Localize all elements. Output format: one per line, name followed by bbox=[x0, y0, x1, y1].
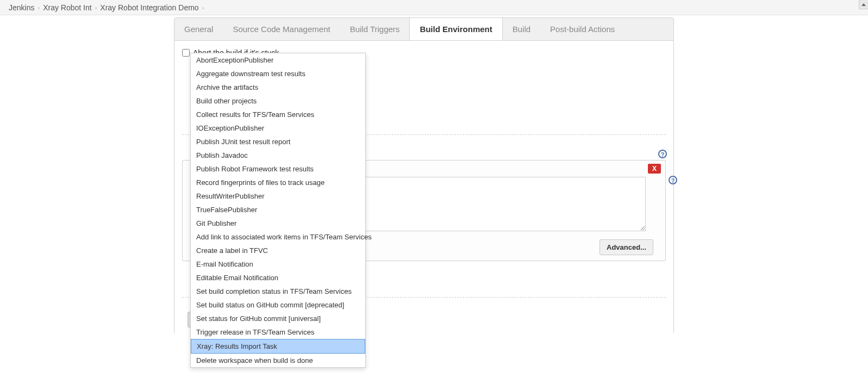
dropdown-item[interactable]: Set build completion status in TFS/Team … bbox=[191, 285, 365, 298]
tab-build[interactable]: Build bbox=[503, 18, 540, 40]
tab-post-build-actions[interactable]: Post-build Actions bbox=[540, 18, 625, 40]
scroll-up-button[interactable] bbox=[859, 0, 868, 9]
dropdown-item[interactable]: ResultWriterPublisher bbox=[191, 189, 365, 203]
breadcrumb-item-project[interactable]: Xray Robot Int bbox=[43, 3, 92, 12]
left-gutter bbox=[0, 15, 174, 333]
dropdown-item[interactable]: Set status for GitHub commit [universal] bbox=[191, 312, 365, 325]
dropdown-item[interactable]: Publish Javadoc bbox=[191, 149, 365, 162]
advanced-button[interactable]: Advanced... bbox=[600, 239, 653, 255]
chevron-right-icon: › bbox=[202, 4, 204, 11]
dropdown-item[interactable]: Trigger release in TFS/Team Services bbox=[191, 325, 365, 339]
help-icon[interactable]: ? bbox=[658, 150, 667, 158]
dropdown-item[interactable]: Editable Email Notification bbox=[191, 271, 365, 285]
dropdown-item[interactable]: Create a label in TFVC bbox=[191, 244, 365, 257]
config-tabs: General Source Code Management Build Tri… bbox=[174, 17, 674, 41]
dropdown-item[interactable]: Add link to associated work items in TFS… bbox=[191, 230, 365, 244]
abort-stuck-checkbox[interactable] bbox=[182, 49, 190, 57]
chevron-right-icon: › bbox=[38, 4, 40, 11]
dropdown-item[interactable]: Archive the artifacts bbox=[191, 81, 365, 94]
dropdown-item[interactable]: AbortExceptionPublisher bbox=[191, 53, 365, 67]
tab-build-environment[interactable]: Build Environment bbox=[409, 18, 502, 40]
dropdown-item[interactable]: Build other projects bbox=[191, 94, 365, 108]
breadcrumb-item-jenkins[interactable]: Jenkins bbox=[9, 3, 34, 12]
dropdown-item[interactable]: Publish Robot Framework test results bbox=[191, 162, 365, 176]
dropdown-item[interactable]: E-mail Notification bbox=[191, 257, 365, 271]
breadcrumb-item-job[interactable]: Xray Robot Integration Demo bbox=[100, 3, 198, 12]
tab-build-triggers[interactable]: Build Triggers bbox=[340, 18, 410, 40]
dropdown-item[interactable]: Publish JUnit test result report bbox=[191, 135, 365, 149]
dropdown-item[interactable]: Collect results for TFS/Team Services bbox=[191, 108, 365, 121]
chevron-right-icon: › bbox=[95, 4, 97, 11]
breadcrumb: Jenkins › Xray Robot Int › Xray Robot In… bbox=[0, 0, 868, 15]
delete-step-button[interactable]: X bbox=[648, 164, 661, 174]
dropdown-item[interactable]: Xray: Results Import Task bbox=[191, 339, 365, 354]
dropdown-item[interactable]: IOExceptionPublisher bbox=[191, 121, 365, 135]
dropdown-item[interactable]: Git Publisher bbox=[191, 217, 365, 230]
dropdown-item[interactable]: Record fingerprints of files to track us… bbox=[191, 176, 365, 189]
dropdown-item[interactable]: Delete workspace when build is done bbox=[191, 354, 365, 367]
help-icon[interactable]: ? bbox=[669, 176, 677, 184]
tab-source-code-management[interactable]: Source Code Management bbox=[223, 18, 340, 40]
dropdown-item[interactable]: Aggregate downstream test results bbox=[191, 67, 365, 81]
dropdown-item[interactable]: Set build status on GitHub commit [depre… bbox=[191, 298, 365, 312]
dropdown-item[interactable]: TrueFalsePublisher bbox=[191, 203, 365, 217]
tab-general[interactable]: General bbox=[174, 18, 223, 40]
post-build-action-dropdown[interactable]: AbortExceptionPublisherAggregate downstr… bbox=[190, 53, 366, 368]
